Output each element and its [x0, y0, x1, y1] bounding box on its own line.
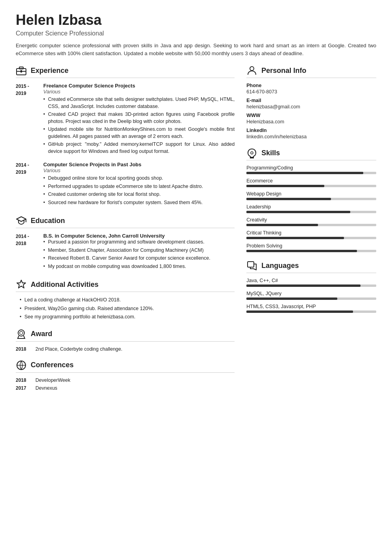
conferences-section: Conferences 2018DeveloperWeek2017Devnexu…	[16, 360, 235, 391]
language-bar-bg	[246, 297, 376, 300]
svg-point-9	[20, 331, 23, 335]
skill-bar-bg	[246, 185, 376, 187]
entry-dates: 2015 - 2019	[16, 83, 39, 156]
list-item: Received Robert B. Carver Senior Award f…	[43, 255, 235, 262]
personal-info-header: Personal Info	[246, 65, 376, 78]
conf-entries: 2018DeveloperWeek2017Devnexus	[16, 377, 235, 391]
languages-header: Languages	[246, 260, 376, 273]
svg-point-8	[18, 330, 24, 336]
skill-row: Ecommerce	[246, 178, 376, 187]
list-item: Created CAD project that makes 3D-printe…	[43, 111, 235, 125]
briefcase-icon	[16, 65, 27, 76]
svg-rect-14	[248, 262, 254, 267]
info-label: E-mail	[246, 98, 376, 103]
award-header: Award	[16, 329, 235, 342]
skill-row: Webapp Design	[246, 191, 376, 200]
personal-info-title: Personal Info	[261, 67, 306, 75]
skill-bar-fill	[246, 224, 318, 226]
skill-name: Webapp Design	[246, 191, 376, 197]
skill-bar-bg	[246, 224, 376, 226]
info-label: Phone	[246, 83, 376, 88]
skill-bar-bg	[246, 237, 376, 239]
list-item: Sourced new hardware for florist's compu…	[43, 199, 235, 206]
award-year: 2018	[16, 346, 31, 352]
list-item: Member, Student Chapter, Association for…	[43, 247, 235, 254]
skill-name: Programming/Coding	[246, 165, 376, 171]
conference-entry: 2018DeveloperWeek	[16, 377, 235, 383]
entry-list: Debugged online store for local sporting…	[43, 175, 235, 206]
info-value: Helenizbasa.com	[246, 119, 376, 125]
skill-bar-fill	[246, 198, 331, 200]
entry-subtitle: Various	[43, 89, 235, 95]
languages-icon	[246, 260, 257, 271]
right-column: Personal Info Phone614-670-8073E-mailhel…	[246, 65, 376, 321]
languages-title: Languages	[261, 262, 299, 270]
skills-header: Skills	[246, 147, 376, 160]
award-description: 2nd Place, Coderbyte coding challenge.	[35, 346, 122, 352]
info-label: LinkedIn	[246, 128, 376, 133]
skill-name: Leadership	[246, 204, 376, 210]
conference-year: 2017	[16, 385, 31, 391]
experience-entry: 2014 - 2019Computer Science Projects in …	[16, 162, 235, 207]
skill-bar-fill	[246, 250, 357, 252]
skill-row: Problem Solving	[246, 243, 376, 252]
list-item: Performed upgrades to update eCommerce s…	[43, 183, 235, 190]
skill-bar-bg	[246, 198, 376, 200]
entry-title: B.S. in Computer Science, John Carroll U…	[43, 233, 235, 239]
languages-bars: Java, C++, C#MySQL, JQueryHTML5, CSS3, J…	[246, 278, 376, 313]
star-icon	[16, 279, 27, 290]
language-bar-fill	[246, 284, 361, 287]
svg-point-12	[250, 67, 254, 71]
list-item: President, Way2Go gaming club. Raised at…	[20, 305, 235, 312]
education-header: Education	[16, 215, 235, 228]
entry-title: Freelance Computer Science Projects	[43, 83, 235, 89]
entry-dates: 2014 - 2018	[16, 233, 39, 271]
languages-section: Languages Java, C++, C#MySQL, JQueryHTML…	[246, 260, 376, 313]
language-row: HTML5, CSS3, Javascript, PHP	[246, 304, 376, 313]
candidate-summary: Energetic computer science professional …	[16, 42, 376, 57]
entry-list: Created eCommerce site that sells design…	[43, 96, 235, 155]
skill-row: Leadership	[246, 204, 376, 213]
skill-bar-fill	[246, 172, 363, 174]
entry-content: B.S. in Computer Science, John Carroll U…	[43, 233, 235, 271]
additional-title: Additional Activities	[31, 281, 98, 289]
skill-name: Creativity	[246, 217, 376, 223]
skill-name: Critical Thinking	[246, 230, 376, 236]
skill-bar-bg	[246, 172, 376, 174]
list-item: Pursued a passion for programming and so…	[43, 239, 235, 246]
info-value: linkedin.com/in/helenizbasa	[246, 134, 376, 139]
skill-bar-fill	[246, 237, 344, 239]
education-title: Education	[31, 217, 65, 225]
language-bar-bg	[246, 284, 376, 287]
conferences-header: Conferences	[16, 360, 235, 373]
experience-section: Experience 2015 - 2019Freelance Computer…	[16, 65, 235, 207]
award-title: Award	[31, 330, 52, 338]
candidate-title: Computer Science Professional	[16, 30, 376, 37]
list-item: Debugged online store for local sporting…	[43, 175, 235, 182]
left-column: Experience 2015 - 2019Freelance Computer…	[16, 65, 235, 399]
language-name: MySQL, JQuery	[246, 291, 376, 296]
entry-content: Freelance Computer Science ProjectsVario…	[43, 83, 235, 156]
language-name: Java, C++, C#	[246, 278, 376, 283]
resume-header: Helen Izbasa Computer Science Profession…	[16, 12, 376, 57]
skill-bar-fill	[246, 185, 324, 187]
skill-bar-bg	[246, 211, 376, 213]
award-entry: 20182nd Place, Coderbyte coding challeng…	[16, 346, 235, 352]
skill-row: Critical Thinking	[246, 230, 376, 239]
entry-list: Pursued a passion for programming and so…	[43, 239, 235, 270]
experience-entries: 2015 - 2019Freelance Computer Science Pr…	[16, 83, 235, 207]
language-bar-fill	[246, 297, 337, 300]
skills-section: Skills Programming/CodingEcommerceWebapp…	[246, 147, 376, 252]
person-icon	[246, 65, 257, 76]
experience-entry: 2015 - 2019Freelance Computer Science Pr…	[16, 83, 235, 156]
conferences-title: Conferences	[31, 361, 74, 369]
conference-entry: 2017Devnexus	[16, 385, 235, 391]
list-item: Updated mobile site for NutritionMonkeyS…	[43, 126, 235, 140]
skill-row: Creativity	[246, 217, 376, 226]
conference-name: DeveloperWeek	[35, 377, 70, 383]
award-entries: 20182nd Place, Coderbyte coding challeng…	[16, 346, 235, 352]
list-item: See my programming portfolio at helenizb…	[20, 314, 235, 321]
conference-name: Devnexus	[35, 385, 57, 391]
experience-header: Experience	[16, 65, 235, 78]
main-content: Experience 2015 - 2019Freelance Computer…	[16, 65, 376, 399]
